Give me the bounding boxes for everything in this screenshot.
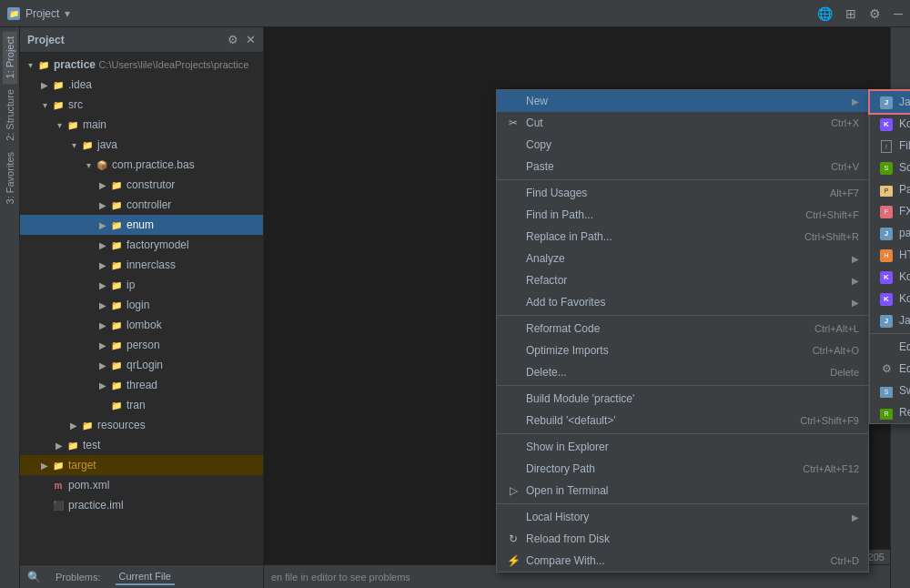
submenu-label: Package	[899, 183, 910, 196]
tree-arrow: ▾	[53, 120, 66, 130]
menu-item-build[interactable]: Build Module 'practice'	[497, 388, 868, 410]
submenu-item-javafx[interactable]: J JavaFXApplication	[870, 309, 910, 331]
tree-item-pom[interactable]: m pom.xml	[20, 475, 263, 495]
tree-arrow: ▶	[96, 380, 109, 390]
tree-item[interactable]: ▾ 📁 main	[20, 115, 263, 135]
menu-item-find-usages[interactable]: Find Usages Alt+F7	[497, 182, 868, 204]
menu-label: Show in Explorer	[526, 441, 859, 453]
menu-label: Local History	[526, 511, 848, 523]
tree-item[interactable]: ▶ 📁 construtor	[20, 175, 263, 195]
search-icon[interactable]: 🔍	[27, 571, 41, 583]
tree-item[interactable]: ▶ 📁 test	[20, 435, 263, 455]
folder-icon: 📁	[109, 299, 124, 311]
settings-icon[interactable]: ⚙	[869, 6, 881, 21]
submenu-item-java-class[interactable]: J Java Class	[870, 91, 910, 113]
tree-item[interactable]: ▾ 📁 practice C:\Users\lile\IdeaProjects\…	[20, 55, 263, 75]
menu-item-copy[interactable]: Copy	[497, 134, 868, 156]
submenu-item-edit-templates[interactable]: Edit File Templates...	[870, 336, 910, 358]
tree-item[interactable]: ▾ 📁 java	[20, 135, 263, 155]
tree-item-thread[interactable]: ▶ 📁 thread	[20, 375, 263, 395]
package-icon: P	[879, 183, 894, 197]
menu-item-cut[interactable]: ✂ Cut Ctrl+X	[497, 112, 868, 134]
submenu-label: JavaFXApplication	[899, 314, 910, 327]
submenu-label: Kotlin Worksheet	[899, 292, 910, 305]
menu-item-delete[interactable]: Delete... Delete	[497, 361, 868, 383]
folder-icon: 📁	[109, 218, 124, 231]
java-class-icon2: J	[879, 226, 894, 240]
menu-item-find-path[interactable]: Find in Path... Ctrl+Shift+F	[497, 204, 868, 226]
menu-item-reformat[interactable]: Reformat Code Ctrl+Alt+L	[497, 318, 868, 340]
menu-item-paste[interactable]: Paste Ctrl+V	[497, 156, 868, 177]
submenu-label: Edit File Templates...	[899, 340, 910, 353]
menu-item-explorer[interactable]: Show in Explorer	[497, 436, 868, 458]
submenu-item-fxml[interactable]: F FXML File	[870, 200, 910, 222]
minimize-icon[interactable]: ─	[894, 6, 903, 21]
tree-item[interactable]: ▶ 📁 qrLogin	[20, 355, 263, 375]
folder-icon: 📁	[66, 439, 80, 451]
sidebar-tab-structure[interactable]: 2: Structure	[3, 84, 17, 147]
panel-close-icon[interactable]: ✕	[246, 33, 256, 46]
tree-item[interactable]: ▶ 📁 ip	[20, 275, 263, 295]
sidebar-tab-favorites[interactable]: 3: Favorites	[3, 147, 17, 209]
split-icon[interactable]: ⊞	[845, 6, 856, 21]
globe-icon[interactable]: 🌐	[817, 6, 833, 21]
submenu-item-swing[interactable]: S Swing UI Designer ▶	[870, 380, 910, 401]
menu-item-reload[interactable]: ↻ Reload from Disk	[497, 528, 868, 550]
tree-item-iml[interactable]: ⬛ practice.iml	[20, 495, 263, 515]
panel-controls: ⚙ ✕	[228, 33, 256, 46]
menu-label-paste: Paste	[526, 160, 813, 173]
submenu-item-scratch[interactable]: S Scratch File Ctrl+Alt+Shift+Insert	[870, 157, 910, 178]
tree-item-target[interactable]: ▶ 📁 target	[20, 455, 263, 475]
menu-item-dir-path[interactable]: Directory Path Ctrl+Alt+F12	[497, 458, 868, 480]
tree-label: main	[83, 118, 106, 131]
menu-item-new[interactable]: New ▶ J Java Class K Kotlin File/Class	[497, 90, 868, 112]
submenu-label: Java Class	[899, 96, 910, 108]
tree-arrow: ▶	[96, 220, 109, 230]
content-area: 1: Project 2: Structure 3: Favorites Pro…	[0, 27, 910, 588]
tree-item[interactable]: ▶ 📁 login	[20, 295, 263, 315]
tree-item[interactable]: ▶ 📁 factorymodel	[20, 235, 263, 255]
file-tree: ▾ 📁 practice C:\Users\lile\IdeaProjects\…	[20, 53, 263, 564]
tree-item[interactable]: 📁 tran	[20, 395, 263, 415]
menu-item-terminal[interactable]: ▷ Open in Terminal	[497, 480, 868, 502]
tree-label: construtor	[126, 178, 175, 191]
submenu-item-html[interactable]: H HTML File	[870, 244, 910, 266]
tree-item[interactable]: ▶ 📁 resources	[20, 415, 263, 435]
sidebar-tab-project[interactable]: 1: Project	[3, 31, 17, 84]
submenu-item-package[interactable]: P Package	[870, 178, 910, 200]
menu-item-analyze[interactable]: Analyze ▶	[497, 248, 868, 269]
panel-gear-icon[interactable]: ⚙	[228, 33, 238, 46]
tree-item[interactable]: ▶ 📁 .idea	[20, 75, 263, 95]
menu-item-history[interactable]: Local History ▶	[497, 506, 868, 528]
dropdown-icon[interactable]: ▾	[65, 7, 70, 20]
submenu-item-package-info[interactable]: J package-info.java	[870, 222, 910, 244]
submenu-item-resource-bundle[interactable]: R Resource Bundle	[870, 401, 910, 423]
scratch-icon: S	[879, 160, 894, 175]
shortcut-paste: Ctrl+V	[831, 161, 859, 172]
submenu-item-file[interactable]: f File	[870, 135, 910, 157]
menu-item-favorites[interactable]: Add to Favorites ▶	[497, 291, 868, 313]
folder-icon: 📁	[109, 178, 124, 191]
menu-item-replace-path[interactable]: Replace in Path... Ctrl+Shift+R	[497, 226, 868, 248]
tree-item-enum[interactable]: ▶ 📁 enum	[20, 215, 263, 235]
submenu-item-kotlin[interactable]: K Kotlin File/Class	[870, 113, 910, 135]
tree-item[interactable]: ▾ 📦 com.practice.bas	[20, 155, 263, 175]
submenu-item-kotlin-worksheet[interactable]: K Kotlin Worksheet	[870, 288, 910, 309]
submenu-item-kotlin-script[interactable]: K Kotlin Script	[870, 266, 910, 288]
tree-item[interactable]: ▶ 📁 lombok	[20, 315, 263, 335]
tree-item[interactable]: ▶ 📁 person	[20, 335, 263, 355]
tree-label: factorymodel	[126, 238, 189, 251]
tree-item[interactable]: ▾ 📁 src	[20, 95, 263, 115]
menu-item-optimize[interactable]: Optimize Imports Ctrl+Alt+O	[497, 340, 868, 361]
menu-item-refactor[interactable]: Refactor ▶	[497, 269, 868, 291]
tree-item[interactable]: ▶ 📁 innerclass	[20, 255, 263, 275]
tree-item[interactable]: ▶ 📁 controller	[20, 195, 263, 215]
menu-label-copy: Copy	[526, 138, 859, 151]
tree-arrow: ▾	[67, 140, 80, 150]
menu-item-rebuild[interactable]: Rebuild '<default>' Ctrl+Shift+F9	[497, 410, 868, 431]
tree-label: resources	[97, 419, 146, 431]
menu-item-compare[interactable]: ⚡ Compare With... Ctrl+D	[497, 550, 868, 572]
current-file-tab[interactable]: Current File	[116, 569, 175, 585]
submenu-item-editorconfig[interactable]: ⚙ EditorConfig File	[870, 358, 910, 380]
folder-icon: 📁	[109, 198, 124, 211]
